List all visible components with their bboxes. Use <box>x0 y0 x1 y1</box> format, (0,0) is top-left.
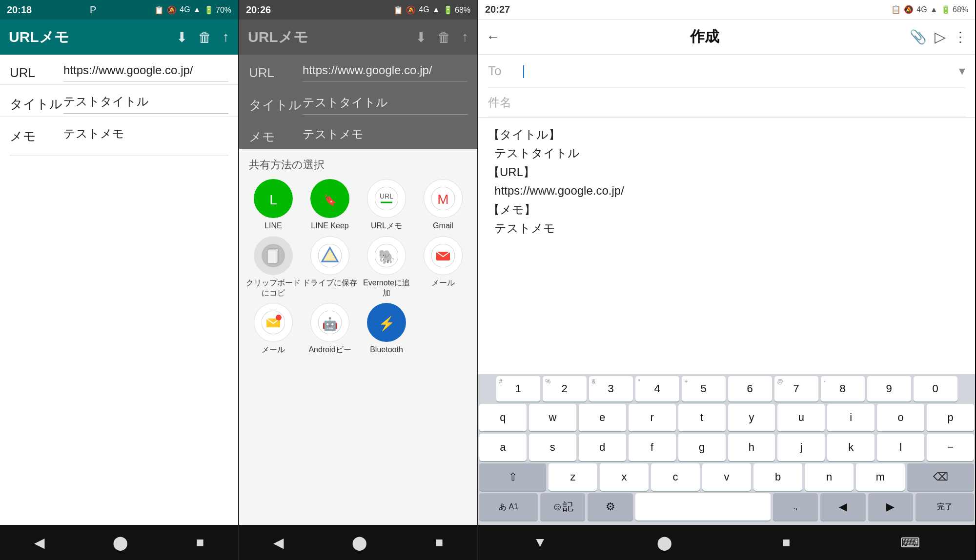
backspace-key[interactable]: ⌫ <box>907 463 974 491</box>
share-item-evernote[interactable]: 🐘 Evernoteに追加 <box>359 236 414 299</box>
share-item-android[interactable]: 🤖 Androidビー <box>303 303 357 355</box>
key-s[interactable]: s <box>529 434 576 461</box>
back-button-3[interactable]: ← <box>486 29 500 45</box>
left-arrow-key[interactable]: ◀ <box>820 493 865 520</box>
download-button-2[interactable]: ⬇ <box>415 29 427 45</box>
key-w[interactable]: w <box>529 404 576 431</box>
send-button[interactable]: ▷ <box>935 28 946 45</box>
share-item-clipboard[interactable]: クリップボードにコピ <box>246 236 301 299</box>
share-item-urlmemo[interactable]: URL URLメモ <box>359 179 414 231</box>
key-r[interactable]: r <box>629 404 676 431</box>
settings-key[interactable]: ⚙ <box>588 493 632 520</box>
key-5[interactable]: +5 <box>682 376 726 401</box>
share-item-gmail[interactable]: M Gmail <box>416 179 470 231</box>
delete-button-1[interactable]: 🗑 <box>198 29 212 45</box>
home-button-1[interactable]: ⬤ <box>113 535 128 551</box>
key-7[interactable]: @7 <box>774 376 818 401</box>
bottom-nav-2: ◀ ⬤ ■ <box>239 525 477 560</box>
title-value-1[interactable]: テストタイトル <box>63 94 228 114</box>
key-0[interactable]: 0 <box>914 376 957 401</box>
share-item-line[interactable]: L LINE <box>246 179 301 231</box>
share-item-drive[interactable]: ドライブに保存 <box>303 236 357 299</box>
more-button[interactable]: ⋮ <box>954 29 967 45</box>
key-g[interactable]: g <box>678 434 726 461</box>
key-k[interactable]: k <box>827 434 874 461</box>
to-expand-icon[interactable]: ▾ <box>959 63 965 79</box>
download-button-1[interactable]: ⬇ <box>176 29 187 45</box>
delete-button-2[interactable]: 🗑 <box>437 29 451 45</box>
url-row-2: URL https://www.google.co.jp/ <box>239 55 477 86</box>
key-3[interactable]: &3 <box>589 376 633 401</box>
key-n[interactable]: n <box>805 463 854 491</box>
key-b[interactable]: b <box>753 463 802 491</box>
keyboard-row-bottom: あ A1 ☺記 ⚙ ., ◀ ▶ 完了 <box>479 493 974 520</box>
key-2[interactable]: %2 <box>543 376 587 401</box>
key-h[interactable]: h <box>728 434 775 461</box>
screen-1: 20:18 P 📋 🔕 4G ▲ 🔋 70% URLメモ ⬇ 🗑 ↑ URL h… <box>0 0 239 560</box>
key-v[interactable]: v <box>702 463 751 491</box>
home-button-3[interactable]: ⬤ <box>657 535 672 551</box>
lang-key[interactable]: あ A1 <box>479 493 538 520</box>
email-body[interactable]: 【タイトル】 テストタイトル 【URL】 https://www.google.… <box>478 118 975 374</box>
shift-key[interactable]: ⇧ <box>479 463 546 491</box>
key-dash[interactable]: − <box>927 434 974 461</box>
key-a[interactable]: a <box>479 434 527 461</box>
back-button-2[interactable]: ◀ <box>273 535 284 551</box>
recent-button-1[interactable]: ■ <box>196 535 204 550</box>
key-x[interactable]: x <box>600 463 649 491</box>
key-z[interactable]: z <box>549 463 597 491</box>
share-item-mail[interactable]: メール <box>416 236 470 299</box>
key-p[interactable]: p <box>927 404 974 431</box>
home-button-2[interactable]: ⬤ <box>352 535 367 551</box>
share-button-1[interactable]: ↑ <box>223 29 229 45</box>
share-item-bluetooth[interactable]: ⚡ Bluetooth <box>359 303 414 355</box>
key-y[interactable]: y <box>728 404 775 431</box>
to-input[interactable] <box>522 63 959 79</box>
toolbar-2: URLメモ ⬇ 🗑 ↑ <box>239 20 477 55</box>
key-e[interactable]: e <box>579 404 626 431</box>
right-arrow-key[interactable]: ▶ <box>868 493 913 520</box>
done-key[interactable]: 完了 <box>915 493 974 520</box>
body-line-2: テストタイトル <box>488 144 965 162</box>
memo-label-2: メモ <box>249 126 303 145</box>
key-c[interactable]: c <box>651 463 700 491</box>
key-5-super: + <box>685 378 688 385</box>
space-key[interactable] <box>635 493 771 520</box>
url-label-1: URL <box>10 63 63 80</box>
share-item-linekeep[interactable]: 🔖 LINE Keep <box>303 179 357 231</box>
memo-value-1[interactable]: テストメモ <box>63 126 228 144</box>
key-9[interactable]: 9 <box>867 376 911 401</box>
key-u[interactable]: u <box>777 404 825 431</box>
screen-2: 20:26 📋 🔕 4G ▲ 🔋 68% URLメモ ⬇ 🗑 ↑ URL htt… <box>239 0 478 560</box>
emoji-key[interactable]: ☺記 <box>540 493 585 520</box>
key-8[interactable]: -8 <box>821 376 865 401</box>
key-4[interactable]: *4 <box>635 376 679 401</box>
recent-button-3[interactable]: ■ <box>782 535 791 550</box>
period-key[interactable]: ., <box>773 493 818 520</box>
key-m[interactable]: m <box>856 463 905 491</box>
share-button-2[interactable]: ↑ <box>462 29 468 45</box>
key-d[interactable]: d <box>579 434 626 461</box>
key-1[interactable]: #1 <box>496 376 540 401</box>
keyboard-button-3[interactable]: ⌨ <box>900 535 920 551</box>
attach-button[interactable]: 📎 <box>910 29 927 45</box>
down-button-3[interactable]: ▼ <box>533 535 547 550</box>
key-l[interactable]: l <box>877 434 924 461</box>
share-item-mail2[interactable]: メール <box>246 303 301 355</box>
key-f[interactable]: f <box>629 434 676 461</box>
back-button-1[interactable]: ◀ <box>34 535 45 551</box>
network-4g-2: 4G <box>419 5 429 14</box>
key-j[interactable]: j <box>777 434 825 461</box>
key-t[interactable]: t <box>678 404 726 431</box>
key-6[interactable]: 6 <box>728 376 772 401</box>
body-line-5: 【メモ】 <box>488 200 965 219</box>
subject-input[interactable]: 件名 <box>488 95 965 110</box>
key-q[interactable]: q <box>479 404 527 431</box>
key-i[interactable]: i <box>827 404 874 431</box>
recent-button-2[interactable]: ■ <box>435 535 443 550</box>
status-bar-3: 20:27 📋 🔕 4G ▲ 🔋 68% <box>478 0 975 20</box>
key-o[interactable]: o <box>877 404 924 431</box>
network-4g-3: 4G <box>916 5 927 14</box>
share-label-linekeep: LINE Keep <box>311 221 348 231</box>
url-value-1[interactable]: https://www.google.co.jp/ <box>63 63 228 81</box>
